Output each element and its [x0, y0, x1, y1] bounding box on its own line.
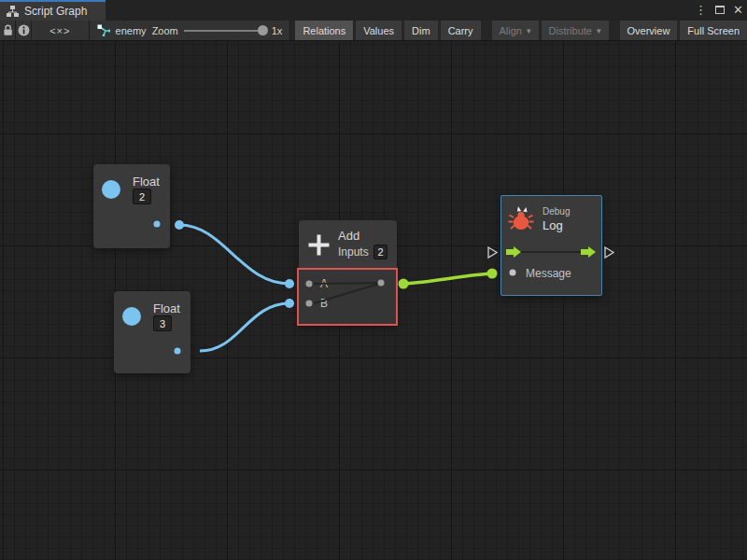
chevron-down-icon: ▾	[527, 26, 531, 35]
title-bar: Script Graph ⋮ ✕	[0, 0, 747, 21]
info-icon	[18, 24, 30, 36]
node-float-2[interactable]: Float 3	[114, 291, 190, 373]
node-category: Debug	[543, 206, 570, 217]
plus-icon	[307, 233, 331, 257]
graph-asset-icon	[97, 24, 110, 36]
node-title: Float	[133, 175, 160, 189]
zoom-label: Zoom	[152, 25, 178, 36]
distribute-label: Distribute	[549, 25, 592, 36]
node-debug-log[interactable]: Debug Log Message	[500, 195, 602, 296]
node-title: Log	[543, 218, 563, 232]
graph-breadcrumb-cell: enemy Zoom 1x	[90, 21, 291, 40]
node-float-1[interactable]: Float 2	[93, 164, 170, 248]
zoom-slider-handle[interactable]	[258, 25, 268, 35]
graph-name[interactable]: enemy	[116, 25, 147, 36]
maximize-glyph	[715, 6, 725, 14]
relations-label: Relations	[303, 25, 345, 36]
float-type-icon	[122, 307, 141, 326]
code-view-button[interactable]: <×>	[32, 21, 90, 40]
relations-button[interactable]: Relations	[295, 21, 353, 40]
lock-button[interactable]	[0, 21, 16, 40]
carry-button[interactable]: Carry	[441, 21, 481, 40]
port-label-message: Message	[526, 267, 571, 280]
code-icon: <×>	[49, 25, 70, 36]
lock-icon	[3, 24, 13, 36]
close-icon[interactable]: ✕	[733, 0, 743, 21]
script-graph-window: Script Graph ⋮ ✕ <×>	[0, 0, 747, 560]
values-button[interactable]: Values	[356, 21, 402, 40]
zoom-slider[interactable]	[184, 30, 266, 32]
chevron-down-icon: ▾	[597, 26, 601, 35]
window-controls: ⋮ ✕	[695, 0, 743, 21]
maximize-icon[interactable]	[715, 0, 725, 21]
inputs-label: Inputs	[338, 245, 369, 259]
graph-hierarchy-icon	[7, 6, 19, 17]
float-type-icon	[102, 180, 120, 199]
carry-label: Carry	[448, 25, 473, 36]
toolbar-buttons: Relations Values Dim Carry Align ▾ Distr…	[295, 21, 747, 40]
window-menu-icon[interactable]: ⋮	[695, 0, 707, 21]
bug-icon	[507, 204, 535, 232]
dim-label: Dim	[412, 25, 430, 36]
zoom-control: Zoom 1x	[152, 25, 283, 36]
graph-toolbar: <×> enemy Zoom 1x Relations Values Dim C…	[0, 21, 747, 41]
values-label: Values	[363, 25, 394, 36]
distribute-dropdown[interactable]: Distribute ▾	[542, 21, 609, 40]
node-title: Float	[153, 301, 180, 315]
align-label: Align	[500, 25, 522, 36]
full-screen-button[interactable]: Full Screen	[680, 21, 747, 40]
float-value-field[interactable]: 2	[133, 189, 151, 204]
float-value-field[interactable]: 3	[153, 315, 172, 331]
zoom-value: 1x	[272, 25, 283, 36]
align-dropdown[interactable]: Align ▾	[492, 21, 539, 40]
node-title: Add	[338, 229, 359, 243]
tab-title: Script Graph	[24, 5, 87, 18]
dim-button[interactable]: Dim	[404, 21, 438, 40]
overview-label: Overview	[627, 25, 670, 36]
overview-button[interactable]: Overview	[620, 21, 678, 40]
full-screen-label: Full Screen	[687, 25, 740, 36]
tab-script-graph[interactable]: Script Graph	[0, 0, 106, 21]
red-selection-box	[297, 268, 398, 326]
inputs-count-field[interactable]: 2	[374, 245, 388, 259]
inspect-button[interactable]	[16, 21, 32, 40]
